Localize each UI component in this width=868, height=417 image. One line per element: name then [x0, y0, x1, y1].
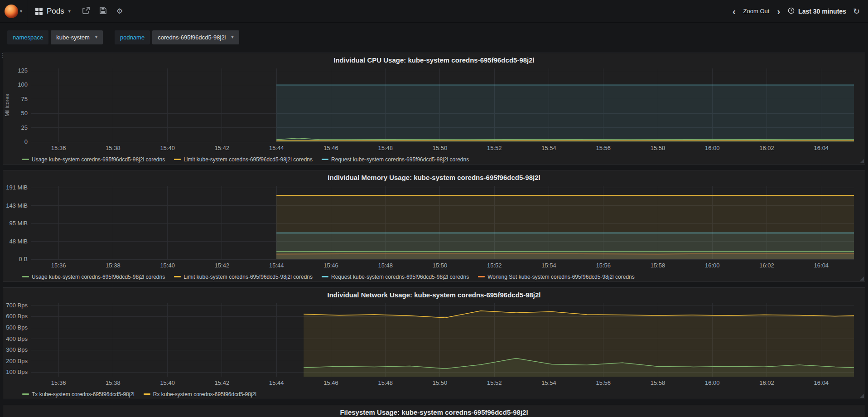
refresh-button[interactable]: ↻ [853, 7, 860, 15]
dashboard-title: Pods [47, 7, 64, 16]
svg-text:15:48: 15:48 [378, 379, 393, 386]
svg-text:15:52: 15:52 [487, 262, 502, 269]
svg-text:15:58: 15:58 [651, 262, 665, 269]
legend-item[interactable]: Limit kube-system coredns-695f96dcd5-98j… [174, 274, 313, 280]
svg-text:15:54: 15:54 [541, 379, 556, 386]
legend-item[interactable]: Request kube-system coredns-695f96dcd5-9… [322, 274, 469, 280]
refresh-icon: ↻ [853, 7, 860, 16]
time-shift-forward-button[interactable]: › [776, 7, 781, 16]
settings-button[interactable]: ⚙ [116, 8, 123, 15]
svg-text:100 Bps: 100 Bps [6, 369, 28, 375]
time-range-picker[interactable]: Last 30 minutes [788, 7, 846, 15]
svg-text:15:40: 15:40 [160, 145, 175, 151]
legend-item[interactable]: Request kube-system coredns-695f96dcd5-9… [322, 156, 469, 163]
legend-series-name: Working Set kube-system coredns-695f96dc… [487, 274, 635, 280]
svg-text:15:54: 15:54 [541, 145, 556, 151]
legend-series-color [174, 159, 181, 160]
svg-text:191 MiB: 191 MiB [6, 184, 28, 191]
template-variables-bar: namespace kube-system ▾ podname coredns-… [0, 23, 868, 52]
share-button[interactable] [82, 7, 90, 15]
svg-text:400 Bps: 400 Bps [6, 335, 28, 342]
svg-text:600 Bps: 600 Bps [6, 313, 28, 320]
chevron-left-icon: ‹ [732, 6, 737, 16]
legend-series-color [322, 159, 328, 160]
caret-down-icon: ▾ [20, 9, 22, 14]
legend-item[interactable]: Working Set kube-system coredns-695f96dc… [478, 274, 635, 280]
panel-title[interactable]: Individual CPU Usage: kube-system coredn… [3, 53, 865, 65]
legend-item[interactable]: Limit kube-system coredns-695f96dcd5-98j… [174, 156, 313, 163]
legend-series-color [478, 276, 485, 277]
svg-text:95 MiB: 95 MiB [10, 220, 28, 227]
svg-text:15:36: 15:36 [51, 262, 66, 269]
chevron-right-icon: › [776, 6, 781, 16]
panel-resize-handle[interactable] [860, 276, 864, 281]
time-controls: ‹ Zoom Out › Last 30 minutes ↻ [732, 7, 860, 16]
time-shift-back-button[interactable]: ‹ [732, 7, 737, 16]
legend-series-name: Request kube-system coredns-695f96dcd5-9… [331, 156, 469, 163]
svg-text:16:04: 16:04 [814, 262, 829, 269]
legend-item[interactable]: Usage kube-system coredns-695f96dcd5-98j… [22, 274, 165, 280]
svg-text:15:42: 15:42 [215, 379, 230, 386]
memory-usage-chart[interactable]: 0 B48 MiB95 MiB143 MiB191 MiB15:3615:381… [3, 182, 865, 271]
svg-text:300 Bps: 300 Bps [6, 346, 28, 353]
caret-down-icon: ▾ [68, 9, 71, 14]
legend-series-name: Tx kube-system coredns-695f96dcd5-98j2l [32, 391, 135, 398]
svg-text:15:58: 15:58 [651, 379, 665, 386]
dashboard-actions: ⚙ [82, 7, 123, 15]
dashboard-picker[interactable]: Pods ▾ [27, 0, 79, 23]
svg-text:16:00: 16:00 [705, 379, 720, 386]
svg-text:15:42: 15:42 [215, 262, 230, 269]
grafana-logo-icon [5, 5, 18, 18]
svg-text:200 Bps: 200 Bps [6, 358, 28, 364]
panel-resize-handle[interactable] [860, 159, 864, 163]
legend-series-color [174, 276, 181, 277]
zoom-out-label: Zoom Out [743, 8, 770, 15]
zoom-out-button[interactable]: Zoom Out [743, 8, 770, 15]
svg-text:15:40: 15:40 [160, 379, 175, 386]
svg-text:143 MiB: 143 MiB [6, 202, 28, 209]
clock-icon [788, 7, 795, 15]
svg-text:16:02: 16:02 [759, 379, 774, 386]
svg-text:16:02: 16:02 [759, 262, 774, 269]
legend-item[interactable]: Tx kube-system coredns-695f96dcd5-98j2l [22, 391, 135, 398]
svg-text:15:46: 15:46 [323, 262, 338, 269]
legend-item[interactable]: Usage kube-system coredns-695f96dcd5-98j… [22, 156, 165, 163]
svg-text:15:48: 15:48 [378, 262, 393, 269]
cpu-usage-chart[interactable]: 025507510012515:3615:3815:4015:4215:4415… [3, 65, 865, 154]
chart-legend: Usage kube-system coredns-695f96dcd5-98j… [22, 154, 865, 165]
panel-title[interactable]: Individual Memory Usage: kube-system cor… [3, 170, 865, 182]
svg-text:50: 50 [21, 110, 28, 116]
panel-resize-handle[interactable] [860, 394, 864, 398]
legend-series-name: Usage kube-system coredns-695f96dcd5-98j… [32, 156, 165, 163]
svg-text:25: 25 [21, 124, 28, 131]
svg-text:16:04: 16:04 [814, 145, 829, 151]
panel-network-usage: Individual Network Usage: kube-system co… [3, 287, 865, 399]
legend-item[interactable]: Rx kube-system coredns-695f96dcd5-98j2l [144, 391, 256, 398]
svg-text:15:50: 15:50 [433, 379, 448, 386]
svg-text:15:38: 15:38 [106, 262, 121, 269]
svg-text:15:58: 15:58 [651, 145, 665, 151]
variable-select-namespace[interactable]: kube-system ▾ [51, 30, 103, 44]
panel-title[interactable]: Individual Network Usage: kube-system co… [3, 288, 865, 300]
variable-label-namespace: namespace [7, 30, 48, 44]
svg-text:15:52: 15:52 [487, 145, 502, 151]
svg-text:15:50: 15:50 [433, 145, 448, 151]
svg-text:15:44: 15:44 [269, 379, 284, 386]
svg-text:15:40: 15:40 [160, 262, 175, 269]
svg-text:125: 125 [18, 67, 28, 74]
legend-series-name: Limit kube-system coredns-695f96dcd5-98j… [183, 156, 313, 163]
network-usage-chart[interactable]: 100 Bps200 Bps300 Bps400 Bps500 Bps600 B… [3, 300, 865, 388]
svg-text:15:44: 15:44 [269, 262, 284, 269]
legend-series-color [144, 393, 150, 395]
grafana-main-menu[interactable]: ▾ [0, 0, 27, 23]
save-button[interactable] [100, 7, 106, 15]
svg-text:16:00: 16:00 [705, 145, 720, 151]
chart-legend: Tx kube-system coredns-695f96dcd5-98j2lR… [22, 388, 865, 400]
svg-text:0 B: 0 B [19, 256, 28, 262]
svg-text:15:46: 15:46 [323, 145, 338, 151]
variable-select-podname[interactable]: coredns-695f96dcd5-98j2l ▾ [152, 30, 239, 44]
save-icon [100, 7, 106, 15]
legend-series-name: Limit kube-system coredns-695f96dcd5-98j… [183, 274, 313, 280]
dashboard-panels: Individual CPU Usage: kube-system coredn… [0, 52, 868, 417]
panel-title[interactable]: Filesystem Usage: kube-system coredns-69… [3, 405, 865, 417]
